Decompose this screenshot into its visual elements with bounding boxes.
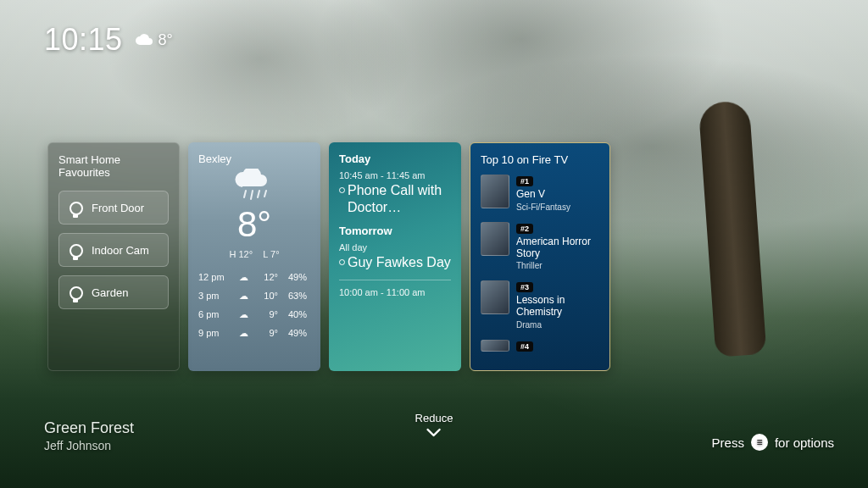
- status-bar: 10:15 8°: [44, 22, 173, 58]
- hour-time: 6 pm: [198, 309, 234, 319]
- poster-thumb: [481, 222, 509, 256]
- cloud-icon: ☁: [234, 328, 253, 339]
- hourly-row: 12 pm ☁ 12° 49%: [198, 268, 310, 286]
- today-header: Today: [339, 152, 451, 165]
- top10-meta: #4: [516, 340, 601, 354]
- hourly-row: 3 pm ☁ 10° 63%: [198, 286, 310, 305]
- cloud-icon: [135, 33, 153, 47]
- event-time: All day: [339, 242, 451, 252]
- top10-item[interactable]: #4: [481, 340, 601, 354]
- calendar-card[interactable]: Today 10:45 am - 11:45 am Phone Call wit…: [329, 142, 461, 371]
- weather-hilo: H 12° L 7°: [198, 249, 310, 259]
- event-time: 10:45 am - 11:45 am: [339, 170, 451, 180]
- svg-line-0: [244, 191, 246, 197]
- rank-badge: #1: [516, 176, 533, 186]
- hour-time: 12 pm: [198, 272, 234, 282]
- ambient-artist: Jeff Johnson: [44, 439, 134, 452]
- smart-home-item[interactable]: Garden: [58, 275, 169, 309]
- chevron-down-icon: [415, 428, 453, 441]
- show-genre: Sci-Fi/Fantasy: [516, 202, 601, 212]
- top10-meta: #2 American Horror Story Thriller: [516, 222, 601, 271]
- smart-home-label: Garden: [92, 286, 128, 299]
- background-trunk: [698, 100, 767, 357]
- hourly-row: 9 pm ☁ 9° 49%: [198, 324, 310, 342]
- hour-temp: 12°: [253, 272, 281, 282]
- rank-badge: #3: [516, 282, 533, 292]
- hour-humidity: 49%: [281, 328, 307, 338]
- ambient-name: Green Forest: [44, 419, 134, 437]
- camera-icon: [68, 285, 83, 300]
- smart-home-label: Front Door: [92, 202, 144, 214]
- smart-home-item[interactable]: Front Door: [58, 191, 169, 225]
- camera-icon: [68, 242, 83, 258]
- options-pre: Press: [712, 435, 744, 450]
- poster-thumb: [481, 175, 509, 208]
- rain-icon: ☁: [234, 291, 253, 302]
- poster-thumb: [481, 340, 509, 352]
- top10-meta: #3 Lessons in Chemistry Drama: [516, 280, 601, 330]
- weather-location: Bexley: [198, 152, 310, 165]
- event-title: Guy Fawkes Day: [348, 254, 451, 271]
- rain-icon: [198, 169, 310, 205]
- show-genre: Drama: [516, 320, 601, 330]
- smart-home-item[interactable]: Indoor Cam: [58, 233, 169, 267]
- weather-card[interactable]: Bexley 8° H 12° L 7° 12 pm ☁ 12° 49% 3 p…: [188, 142, 320, 371]
- hour-humidity: 40%: [281, 309, 307, 319]
- hour-time: 9 pm: [198, 328, 234, 338]
- weather-temp: 8°: [198, 207, 310, 242]
- ambient-info: Green Forest Jeff Johnson: [44, 419, 134, 452]
- show-name: American Horror Story: [516, 236, 601, 260]
- show-genre: Thriller: [516, 261, 601, 270]
- status-weather: 8°: [135, 31, 173, 49]
- top10-title: Top 10 on Fire TV: [481, 153, 601, 166]
- poster-thumb: [481, 280, 509, 314]
- event-title: Phone Call with Doctor…: [348, 182, 451, 216]
- hour-humidity: 63%: [281, 291, 307, 301]
- options-hint: Press ≡ for options: [712, 434, 834, 451]
- reduce-button[interactable]: Reduce: [415, 412, 453, 441]
- top10-card[interactable]: Top 10 on Fire TV #1 Gen V Sci-Fi/Fantas…: [470, 142, 610, 371]
- divider: [339, 280, 451, 280]
- hourly-row: 6 pm ☁ 9° 40%: [198, 305, 310, 324]
- hour-temp: 10°: [253, 291, 281, 301]
- smart-home-card[interactable]: Smart Home Favourites Front Door Indoor …: [47, 142, 180, 371]
- top10-item[interactable]: #3 Lessons in Chemistry Drama: [481, 280, 601, 330]
- show-name: Lessons in Chemistry: [516, 295, 601, 319]
- smart-home-label: Indoor Cam: [92, 244, 149, 257]
- rain-icon: ☁: [234, 272, 253, 283]
- clock: 10:15: [44, 22, 123, 58]
- weather-high: H 12°: [229, 249, 253, 259]
- weather-low: L 7°: [263, 249, 279, 259]
- options-post: for options: [775, 435, 834, 450]
- svg-line-2: [258, 191, 259, 197]
- top10-item[interactable]: #1 Gen V Sci-Fi/Fantasy: [481, 175, 601, 212]
- rank-badge: #2: [516, 224, 533, 234]
- event-time: 10:00 am - 11:00 am: [339, 287, 451, 297]
- rank-badge: #4: [516, 341, 533, 352]
- top10-meta: #1 Gen V Sci-Fi/Fantasy: [516, 175, 601, 212]
- cloud-icon: ☁: [234, 309, 253, 320]
- hour-time: 3 pm: [198, 291, 234, 301]
- svg-line-3: [264, 191, 266, 197]
- tomorrow-header: Tomorrow: [339, 225, 451, 237]
- widget-row: Smart Home Favourites Front Door Indoor …: [47, 142, 610, 371]
- smart-home-title: Smart Home Favourites: [58, 153, 169, 179]
- status-temp: 8°: [159, 31, 173, 49]
- menu-button-icon: ≡: [751, 434, 768, 451]
- hour-temp: 9°: [253, 309, 281, 319]
- reduce-label: Reduce: [415, 412, 453, 424]
- camera-icon: [68, 200, 83, 215]
- hour-temp: 9°: [253, 328, 281, 338]
- svg-line-1: [251, 191, 253, 199]
- show-name: Gen V: [516, 189, 601, 201]
- hour-humidity: 49%: [281, 272, 307, 282]
- top10-item[interactable]: #2 American Horror Story Thriller: [481, 222, 601, 271]
